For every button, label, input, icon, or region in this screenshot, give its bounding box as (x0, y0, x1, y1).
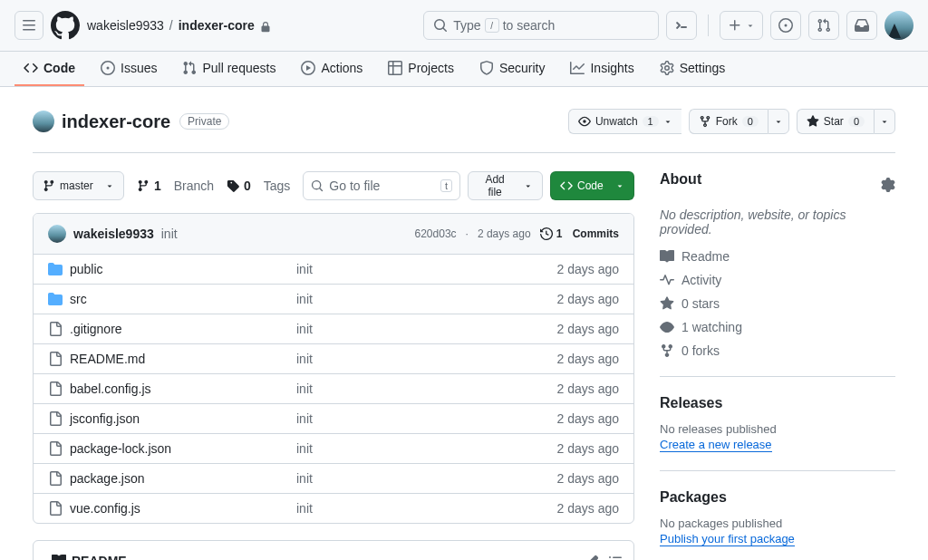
publish-package-link[interactable]: Publish your first package (660, 532, 795, 546)
readme-link[interactable]: Readme (660, 249, 895, 264)
chevron-down-icon (615, 181, 624, 190)
commit-author-avatar[interactable] (48, 225, 66, 243)
star-icon (660, 296, 674, 311)
table-icon (388, 61, 402, 75)
repo-owner-avatar[interactable] (33, 111, 54, 132)
watching-link[interactable]: 1 watching (660, 320, 895, 334)
create-release-link[interactable]: Create a new release (660, 438, 772, 452)
chevron-down-icon (524, 181, 533, 190)
gear-icon (881, 178, 895, 192)
file-name[interactable]: babel.config.js (70, 381, 296, 396)
tags-link[interactable]: 0 Tags (227, 179, 290, 193)
commit-sha[interactable]: 620d03c (415, 227, 457, 240)
commits-link[interactable]: 1 Commits (540, 227, 619, 240)
file-commit-message[interactable]: init (296, 501, 557, 516)
file-commit-message[interactable]: init (296, 471, 557, 486)
file-icon (48, 381, 70, 396)
file-commit-message[interactable]: init (296, 262, 557, 276)
repo-nav: Code Issues Pull requests Actions Projec… (0, 52, 928, 87)
repo-header: indexer-core Private Unwatch1 Fork0 Star… (33, 101, 895, 153)
commit-time: 2 days ago (478, 227, 531, 240)
file-commit-message[interactable]: init (296, 411, 557, 426)
command-palette-button[interactable] (666, 11, 697, 40)
code-button[interactable]: Code (550, 171, 634, 200)
file-name[interactable]: src (70, 292, 296, 306)
file-time: 2 days ago (557, 441, 620, 456)
breadcrumb-owner[interactable]: wakeisle9933 (87, 18, 164, 33)
edit-readme-button[interactable] (585, 555, 599, 560)
chevron-down-icon (774, 117, 783, 126)
tab-code[interactable]: Code (14, 52, 84, 86)
tab-actions[interactable]: Actions (292, 52, 372, 86)
pull-requests-button[interactable] (808, 11, 839, 40)
tab-security[interactable]: Security (470, 52, 555, 86)
fork-button[interactable]: Fork0 (689, 109, 768, 134)
branch-select[interactable]: master (33, 171, 124, 200)
releases-title: Releases (660, 395, 895, 411)
git-branch-icon (43, 179, 55, 192)
file-name[interactable]: .gitignore (70, 322, 296, 336)
table-row: .gitignoreinit2 days ago (34, 314, 633, 344)
notifications-button[interactable] (846, 11, 877, 40)
chevron-down-icon (880, 117, 889, 126)
tab-settings[interactable]: Settings (651, 52, 735, 86)
search-icon (311, 179, 324, 192)
file-commit-message[interactable]: init (296, 352, 557, 366)
lock-icon (260, 18, 271, 33)
chevron-down-icon (746, 21, 755, 30)
star-menu[interactable] (874, 109, 895, 134)
activity-link[interactable]: Activity (660, 273, 895, 287)
chevron-down-icon (105, 181, 114, 190)
github-logo-icon[interactable] (51, 11, 80, 40)
releases-none: No releases published (660, 422, 895, 436)
about-settings-button[interactable] (881, 178, 895, 192)
readme-tab[interactable]: README (44, 548, 134, 560)
branches-link[interactable]: 1 Branch (137, 179, 214, 193)
file-name[interactable]: README.md (70, 352, 296, 366)
tab-pull-requests[interactable]: Pull requests (173, 52, 285, 86)
add-file-button[interactable]: Add file (468, 171, 543, 200)
file-name[interactable]: jsconfig.json (70, 411, 296, 426)
menu-button[interactable] (14, 11, 44, 40)
file-name[interactable]: package.json (70, 471, 296, 486)
outline-button[interactable] (608, 555, 623, 560)
file-name[interactable]: package-lock.json (70, 441, 296, 456)
forks-link[interactable]: 0 forks (660, 343, 895, 358)
file-commit-message[interactable]: init (296, 292, 557, 306)
go-to-file-input[interactable]: Go to filet (303, 171, 460, 200)
file-name[interactable]: public (70, 262, 296, 276)
code-icon (24, 61, 38, 75)
file-icon (48, 322, 70, 336)
tab-insights[interactable]: Insights (561, 52, 643, 86)
file-commit-message[interactable]: init (296, 322, 557, 336)
table-row: package-lock.jsoninit2 days ago (34, 434, 633, 464)
tab-projects[interactable]: Projects (379, 52, 463, 86)
unwatch-button[interactable]: Unwatch1 (568, 109, 682, 134)
file-name[interactable]: vue.config.js (70, 501, 296, 516)
table-row: jsconfig.jsoninit2 days ago (34, 404, 633, 434)
file-commit-message[interactable]: init (296, 441, 557, 456)
star-button[interactable]: Star0 (797, 109, 874, 134)
graph-icon (570, 61, 585, 75)
tab-issues[interactable]: Issues (92, 52, 166, 86)
global-search[interactable]: Type / to search (423, 11, 659, 40)
eye-icon (660, 320, 674, 334)
search-placeholder-prefix: Type (453, 18, 480, 33)
sidebar: About No description, website, or topics… (660, 171, 895, 560)
stars-link[interactable]: 0 stars (660, 296, 895, 311)
plus-icon (728, 18, 742, 33)
issues-button[interactable] (770, 11, 801, 40)
user-avatar[interactable] (884, 11, 914, 40)
three-bars-icon (22, 18, 36, 33)
commit-message[interactable]: init (161, 227, 178, 241)
file-icon (48, 352, 70, 366)
file-commit-message[interactable]: init (296, 381, 557, 396)
breadcrumb-repo[interactable]: indexer-core (179, 18, 255, 33)
fork-menu[interactable] (768, 109, 789, 134)
file-time: 2 days ago (557, 471, 620, 486)
folder-icon (48, 262, 70, 276)
tag-icon (227, 179, 239, 192)
commit-author[interactable]: wakeisle9933 (73, 227, 154, 241)
star-icon (807, 115, 819, 128)
create-new-button[interactable] (720, 11, 763, 40)
